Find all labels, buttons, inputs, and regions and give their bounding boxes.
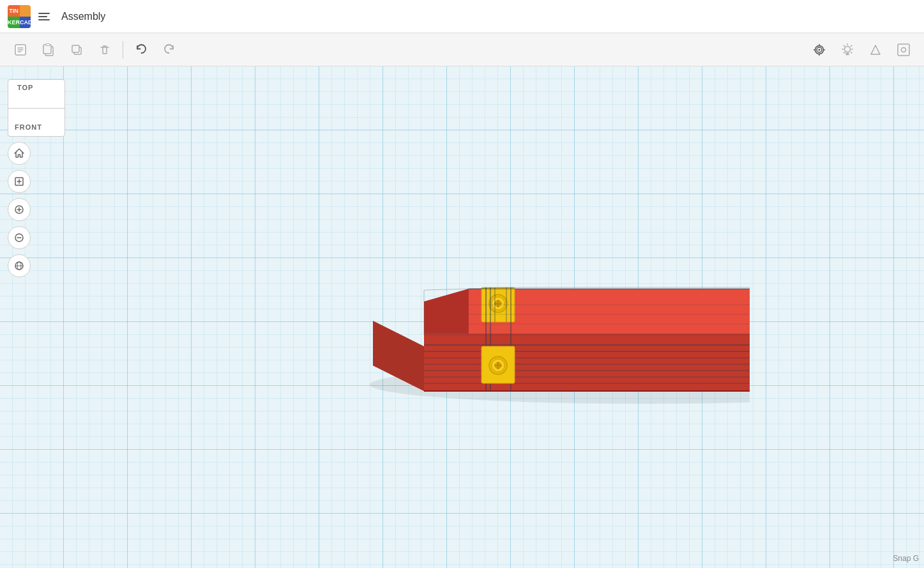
delete-button[interactable] [92, 37, 117, 63]
menu-line-1 [38, 13, 50, 14]
left-controls: TOP FRONT [8, 79, 65, 277]
new-button[interactable] [8, 37, 33, 63]
light-button[interactable] [835, 37, 860, 63]
svg-point-11 [902, 47, 906, 52]
svg-rect-5 [72, 45, 79, 52]
menu-line-3 [38, 19, 50, 20]
shape-button[interactable] [863, 37, 888, 63]
tinkercad-logo[interactable]: TIN KER CAD [8, 5, 31, 28]
svg-rect-3 [46, 43, 50, 45]
logo-ker: KER [8, 17, 20, 28]
view-cube[interactable]: TOP FRONT [8, 79, 65, 137]
toolbar [0, 33, 924, 66]
fit-button[interactable] [8, 170, 31, 193]
main-area: TOP FRONT [0, 66, 924, 568]
menu-line-2 [38, 16, 47, 17]
svg-point-9 [845, 46, 851, 52]
header: TIN KER CAD Assembly [0, 0, 924, 33]
orient-button[interactable] [8, 254, 31, 277]
view-cube-front-label: FRONT [15, 123, 42, 131]
toolbar-separator-1 [123, 41, 123, 59]
assembly-svg [175, 180, 750, 423]
logo-tin: TIN [8, 5, 20, 17]
view-cube-top-label: TOP [17, 84, 33, 91]
snap-grid-text: Snap G [893, 554, 919, 563]
zoom-out-button[interactable] [8, 226, 31, 249]
settings-button[interactable] [891, 37, 916, 63]
menu-icon[interactable] [38, 9, 54, 24]
home-button[interactable] [8, 142, 31, 165]
undo-button[interactable] [128, 37, 154, 63]
logo-cad: CAD [20, 17, 31, 28]
toolbar-right [807, 37, 916, 63]
zoom-in-button[interactable] [8, 198, 31, 221]
redo-button[interactable] [156, 37, 182, 63]
camera-button[interactable] [807, 37, 832, 63]
svg-rect-10 [898, 44, 909, 56]
view-cube-divider [8, 108, 64, 109]
svg-rect-2 [43, 45, 51, 54]
viewport-canvas[interactable]: TOP FRONT [0, 66, 924, 568]
duplicate-button[interactable] [64, 37, 89, 63]
page-title: Assembly [61, 11, 105, 22]
logo-blank [20, 5, 31, 17]
paste-button[interactable] [36, 37, 61, 63]
svg-point-8 [819, 49, 821, 50]
3d-scene [175, 180, 750, 404]
